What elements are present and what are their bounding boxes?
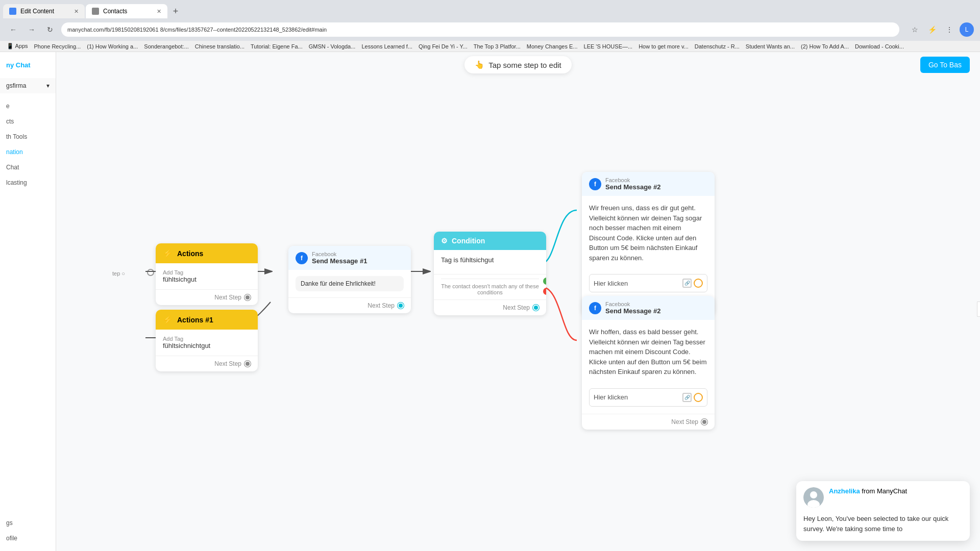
node-actions-1-footer: Next Step bbox=[156, 356, 258, 371]
sidebar-workspace-dropdown[interactable]: gsfirma ▾ bbox=[0, 78, 56, 93]
next-step-cond-label: Next Step bbox=[503, 304, 530, 311]
extension-btn[interactable]: ⚡ bbox=[925, 22, 939, 37]
bookmark-3[interactable]: Sonderangebot:... bbox=[141, 43, 191, 50]
sidebar-collapse-btn[interactable]: ‹ bbox=[977, 302, 980, 317]
step-label-left: tep ○ bbox=[112, 270, 125, 277]
node-condition[interactable]: ⚙ Condition Tag is fühltsichgut The cont… bbox=[434, 232, 546, 315]
bookmark-11[interactable]: LEE 'S HOUSE—... bbox=[581, 43, 635, 50]
goto-bas-button[interactable]: Go To Bas bbox=[920, 57, 970, 73]
prev-step-dot bbox=[147, 269, 154, 276]
next-step-label: Next Step bbox=[214, 294, 241, 301]
no-match-dot bbox=[543, 288, 546, 295]
tap-hint-banner: 👆 Tap some step to edit bbox=[464, 56, 572, 73]
node-actions[interactable]: ⚡ Actions Add Tag fühltsichgut Next Step bbox=[156, 243, 258, 305]
sidebar: ny Chat gsfirma ▾ e cts th Tools nation … bbox=[0, 52, 56, 551]
lightning-icon: ⚡ bbox=[163, 248, 173, 258]
node-sm2b-footer: Next Step bbox=[582, 414, 715, 430]
facebook-icon-1: f bbox=[296, 252, 308, 264]
node-condition-body: Tag is fühltsichgut bbox=[434, 250, 546, 274]
tab-favicon-2 bbox=[92, 8, 99, 15]
url-bar[interactable]: manychat.com/fb/198150208192061 8/cms/fi… bbox=[61, 22, 899, 37]
new-tab-btn[interactable]: + bbox=[168, 4, 183, 18]
node-send-message-2-top[interactable]: f Facebook Send Message #2 Wir freuen un… bbox=[582, 172, 715, 315]
node-sm1-titles: Facebook Send Message #1 bbox=[312, 251, 367, 265]
bookmark-8[interactable]: Qing Fei De Yi - Y... bbox=[416, 43, 470, 50]
node-sm2b-btn-icons: 🔗 bbox=[682, 393, 703, 402]
bookmark-10[interactable]: Money Changes E... bbox=[524, 43, 580, 50]
node-condition-nomatch: The contact doesn't match any of these c… bbox=[434, 274, 546, 299]
node-sm2b-cta-btn[interactable]: Hier klicken 🔗 bbox=[589, 388, 707, 407]
bookmark-7[interactable]: Lessons Learned f... bbox=[359, 43, 415, 50]
node-sm2b-titles: Facebook Send Message #2 bbox=[605, 301, 660, 315]
bookmarks-bar: 📱 Apps Phone Recycling... (1) How Workin… bbox=[0, 41, 980, 52]
url-text: manychat.com/fb/198150208192061 8/cms/fi… bbox=[67, 27, 327, 33]
automation-label: nation bbox=[6, 148, 23, 156]
sidebar-item-settings[interactable]: gs bbox=[0, 515, 56, 531]
node-sm2b-btn-label: Hier klicken bbox=[594, 393, 628, 401]
sidebar-item-contacts[interactable]: cts bbox=[0, 114, 56, 129]
broadcasting-label: lcasting bbox=[6, 179, 27, 186]
node-sm1-footer: Next Step bbox=[288, 297, 411, 313]
bookmark-14[interactable]: Student Wants an... bbox=[743, 43, 797, 50]
sidebar-item-home[interactable]: e bbox=[0, 98, 56, 114]
bookmark-2[interactable]: (1) How Working a... bbox=[84, 43, 140, 50]
bookmark-15[interactable]: (2) How To Add A... bbox=[798, 43, 851, 50]
chat-widget-body: Hey Leon, You've been selected to take o… bbox=[796, 514, 970, 541]
bookmark-6[interactable]: GMSN - Vologda... bbox=[306, 43, 358, 50]
node-actions-1[interactable]: ⚡ Actions #1 Add Tag fühltsichnichtgut N… bbox=[156, 310, 258, 371]
node-sm1-body: Danke für deine Ehrlichkeit! bbox=[288, 270, 411, 297]
back-btn[interactable]: ← bbox=[6, 22, 20, 37]
node-sm2t-body: Wir freuen uns, dass es dir gut geht. Vi… bbox=[582, 196, 715, 270]
node-send-message-1[interactable]: f Facebook Send Message #1 Danke für dei… bbox=[288, 246, 411, 313]
next-step-sm1-dot bbox=[398, 303, 404, 309]
bookmark-16[interactable]: Download - Cooki... bbox=[852, 43, 906, 50]
node-sm2b-header: f Facebook Send Message #2 bbox=[582, 296, 715, 320]
chat-company: from ManyChat bbox=[862, 487, 907, 495]
settings-btn[interactable]: ⋮ bbox=[942, 22, 957, 37]
profile-label: ofile bbox=[6, 535, 17, 542]
node-actions-value: fühltsichgut bbox=[163, 276, 251, 283]
tab-label: Edit Content bbox=[20, 8, 54, 15]
sidebar-item-profile[interactable]: ofile bbox=[0, 531, 56, 546]
lightning-icon-1: ⚡ bbox=[163, 315, 173, 324]
tab-bar: Edit Content ✕ Contacts ✕ + bbox=[0, 0, 980, 18]
condition-rule: Tag is fühltsichgut bbox=[441, 256, 539, 264]
bookmark-12[interactable]: How to get more v... bbox=[636, 43, 691, 50]
refresh-btn[interactable]: ↻ bbox=[43, 22, 57, 37]
bookmark-4[interactable]: Chinese translatio... bbox=[192, 43, 247, 50]
node-sm2b-platform: Facebook bbox=[605, 301, 660, 307]
sidebar-item-broadcasting[interactable]: lcasting bbox=[0, 175, 56, 190]
bookmark-9[interactable]: The Top 3 Platfor... bbox=[471, 43, 523, 50]
bookmark-1[interactable]: Phone Recycling... bbox=[32, 43, 84, 50]
tab-close-btn[interactable]: ✕ bbox=[74, 8, 79, 15]
bookmark-btn[interactable]: ☆ bbox=[908, 22, 922, 37]
next-step-sm1-label: Next Step bbox=[368, 302, 395, 309]
node-sm2t-cta-btn[interactable]: Hier klicken 🔗 bbox=[589, 274, 707, 292]
browser-chrome: Edit Content ✕ Contacts ✕ + ← → ↻ manych… bbox=[0, 0, 980, 41]
link-icon-b: 🔗 bbox=[682, 393, 692, 402]
sidebar-item-growth-tools[interactable]: th Tools bbox=[0, 129, 56, 144]
chat-widget-header: Anzhelika from ManyChat bbox=[796, 481, 970, 514]
chat-widget[interactable]: Anzhelika from ManyChat Hey Leon, You've… bbox=[796, 481, 970, 541]
tab-edit-content[interactable]: Edit Content ✕ bbox=[3, 4, 85, 18]
tab-contacts[interactable]: Contacts ✕ bbox=[86, 4, 167, 18]
bookmark-apps[interactable]: 📱 Apps bbox=[4, 42, 31, 50]
tab-label-2: Contacts bbox=[103, 8, 127, 15]
growth-tools-label: th Tools bbox=[6, 133, 27, 140]
account-btn[interactable]: L bbox=[960, 22, 974, 37]
forward-btn[interactable]: → bbox=[24, 22, 39, 37]
sidebar-item-live-chat[interactable]: Chat bbox=[0, 160, 56, 175]
flow-canvas-area: 👆 Tap some step to edit Go To Bas bbox=[56, 52, 980, 551]
bookmark-5[interactable]: Tutorial: Eigene Fa... bbox=[248, 43, 305, 50]
workspace-label: gsfirma bbox=[6, 82, 26, 89]
next-step-sm2b-dot bbox=[701, 419, 707, 425]
node-sm2t-header: f Facebook Send Message #2 bbox=[582, 172, 715, 196]
next-step-dot bbox=[244, 294, 251, 300]
bookmark-13[interactable]: Datenschutz - R... bbox=[692, 43, 742, 50]
node-sm1-header: f Facebook Send Message #1 bbox=[288, 246, 411, 270]
node-send-message-2-bottom[interactable]: f Facebook Send Message #2 Wir hoffen, d… bbox=[582, 296, 715, 430]
tab-close-btn-2[interactable]: ✕ bbox=[157, 8, 161, 15]
node-actions-header: ⚡ Actions bbox=[156, 243, 258, 263]
sidebar-item-automation[interactable]: nation bbox=[0, 144, 56, 160]
node-actions-title: Actions bbox=[177, 249, 203, 258]
